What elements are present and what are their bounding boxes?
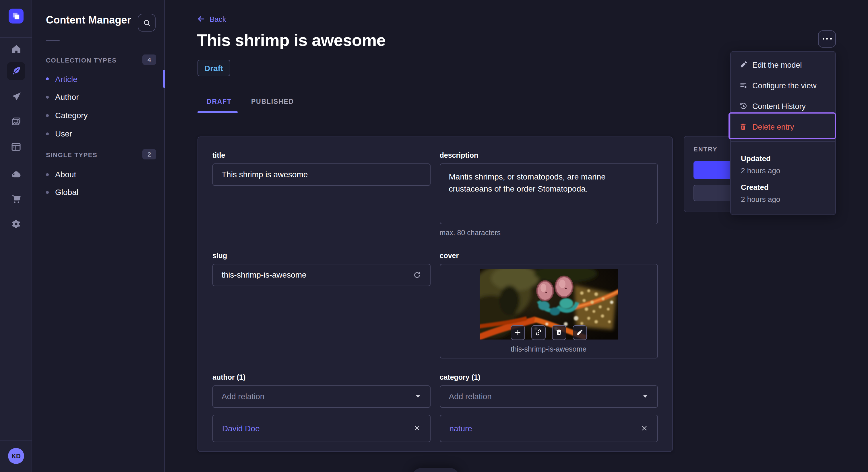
subnav-item-label: Author xyxy=(55,92,79,102)
add-asset-button[interactable] xyxy=(510,325,525,340)
avatar[interactable]: KD xyxy=(8,448,24,464)
subnav-item-label: About xyxy=(55,170,76,179)
remove-author-button[interactable] xyxy=(413,425,421,432)
feather-icon xyxy=(11,66,21,76)
category-relation-select[interactable]: Add relation xyxy=(440,385,658,407)
home-icon xyxy=(11,44,21,54)
field-title: title This shrimp is awesome xyxy=(212,151,431,237)
sidebar-item-marketplace[interactable] xyxy=(7,190,25,208)
entry-meta: Updated 2 hours ago Created 2 hours ago xyxy=(731,141,835,203)
subnav-item-label: User xyxy=(55,129,72,138)
description-label: description xyxy=(440,151,658,159)
menu-item-configure-view[interactable]: Configure the view xyxy=(731,75,835,96)
edit-form-card: title This shrimp is awesome description… xyxy=(197,136,673,452)
subnav-item-about[interactable]: About xyxy=(46,165,161,183)
slug-input[interactable]: this-shrimp-is-awesome xyxy=(212,264,431,286)
cover-actions xyxy=(510,325,587,340)
cover-label: cover xyxy=(440,251,658,260)
subnav-item-category[interactable]: Category xyxy=(46,106,161,125)
updated-label: Updated xyxy=(741,154,825,163)
tab-draft[interactable]: DRAFT xyxy=(197,95,241,108)
chevron-down-icon xyxy=(414,393,422,400)
field-slug: slug this-shrimp-is-awesome xyxy=(212,251,431,358)
field-cover: cover xyxy=(440,251,658,358)
bullet-icon xyxy=(46,96,49,98)
link-icon xyxy=(534,329,542,336)
remove-category-button[interactable] xyxy=(640,425,648,432)
subnav-item-author[interactable]: Author xyxy=(46,88,161,106)
copy-link-button[interactable] xyxy=(531,325,546,340)
subnav-title: Content Manager xyxy=(46,14,131,26)
menu-item-delete-entry[interactable]: Delete entry xyxy=(731,116,835,137)
category-relation-item: nature xyxy=(440,414,658,442)
sidebar-divider-bottom xyxy=(0,440,32,441)
subnav-item-label: Article xyxy=(55,74,78,83)
search-icon xyxy=(143,19,151,27)
section-collection-types: COLLECTION TYPES xyxy=(46,57,117,64)
edit-asset-button[interactable] xyxy=(572,325,587,340)
menu-item-content-history[interactable]: Content History xyxy=(731,96,835,116)
search-button[interactable] xyxy=(138,14,156,32)
author-relation-select[interactable]: Add relation xyxy=(212,385,431,407)
bottom-widget-pill[interactable] xyxy=(412,468,459,472)
updated-value: 2 hours ago xyxy=(741,166,825,175)
sidebar-item-layout[interactable] xyxy=(7,138,25,156)
description-helper: max. 80 characters xyxy=(440,229,658,237)
subnav-item-global[interactable]: Global xyxy=(46,183,161,201)
category-label: category (1) xyxy=(440,373,658,381)
menu-item-label: Configure the view xyxy=(752,81,817,90)
title-input[interactable]: This shrimp is awesome xyxy=(212,163,431,186)
configure-icon xyxy=(739,81,747,90)
subnav-item-user[interactable]: User xyxy=(46,125,161,143)
sidebar-item-content-manager[interactable] xyxy=(7,62,25,80)
bullet-icon xyxy=(46,191,49,194)
title-label: title xyxy=(212,151,431,159)
sidebar-item-media-library[interactable] xyxy=(7,112,25,131)
subnav-item-article[interactable]: Article xyxy=(46,70,161,88)
description-textarea[interactable]: Mantis shrimps, or stomatopods, are mari… xyxy=(440,163,658,224)
field-description: description Mantis shrimps, or stomatopo… xyxy=(440,151,658,237)
sidebar-item-releases[interactable] xyxy=(7,87,25,105)
subnav-divider xyxy=(46,40,60,41)
menu-item-label: Delete entry xyxy=(752,123,794,131)
slug-value: this-shrimp-is-awesome xyxy=(222,270,307,279)
author-relation-link[interactable]: David Doe xyxy=(222,424,260,433)
trash-icon xyxy=(555,329,562,336)
sidebar-item-settings[interactable] xyxy=(7,215,25,233)
bullet-icon xyxy=(46,77,49,80)
delete-asset-button[interactable] xyxy=(552,325,566,340)
category-placeholder: Add relation xyxy=(449,392,492,401)
collection-types-count: 4 xyxy=(143,55,156,65)
category-relation-link[interactable]: nature xyxy=(450,424,472,433)
menu-item-edit-model[interactable]: Edit the model xyxy=(731,55,835,75)
section-single-types: SINGLE TYPES xyxy=(46,151,97,158)
trash-icon xyxy=(739,123,747,131)
tab-published[interactable]: PUBLISHED xyxy=(241,95,304,108)
tab-active-underline xyxy=(197,111,237,113)
strapi-logo[interactable] xyxy=(9,9,24,24)
author-label: author (1) xyxy=(212,373,431,381)
sidebar-item-cloud[interactable] xyxy=(7,165,25,183)
menu-item-label: Edit the model xyxy=(752,61,802,69)
pencil-icon xyxy=(739,61,747,69)
back-link[interactable]: Back xyxy=(197,15,226,24)
field-category: category (1) Add relation nature xyxy=(440,373,658,442)
strapi-logo-icon xyxy=(11,11,21,21)
regenerate-slug-button[interactable] xyxy=(413,270,422,279)
status-badge: Draft xyxy=(197,60,230,76)
close-icon xyxy=(640,425,648,432)
subnav-item-label: Global xyxy=(55,188,79,197)
more-actions-button[interactable] xyxy=(818,30,836,47)
subnav-item-label: Category xyxy=(55,111,88,120)
gear-icon xyxy=(11,219,21,229)
app-window: KD Content Manager COLLECTION TYPES 4 Ar… xyxy=(0,0,868,472)
layout-icon xyxy=(11,142,21,152)
single-types-count: 2 xyxy=(143,149,156,160)
cart-icon xyxy=(11,194,21,204)
sidebar-item-home[interactable] xyxy=(7,40,25,58)
content-manager-subnav: Content Manager COLLECTION TYPES 4 Artic… xyxy=(32,0,165,472)
plus-icon xyxy=(514,329,521,336)
created-value: 2 hours ago xyxy=(741,195,825,203)
cloud-icon xyxy=(11,169,21,179)
author-placeholder: Add relation xyxy=(222,392,265,401)
